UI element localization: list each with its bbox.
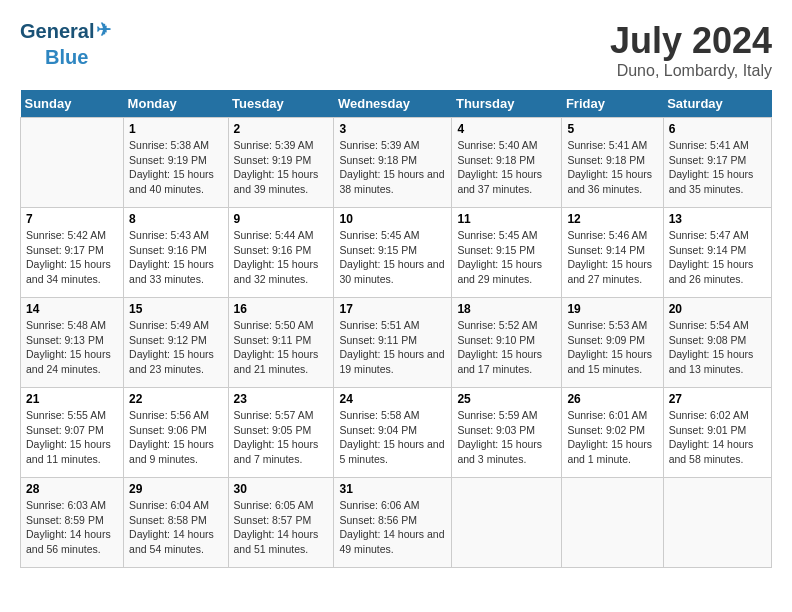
calendar-cell: 6Sunrise: 5:41 AMSunset: 9:17 PMDaylight…: [663, 118, 771, 208]
day-number: 21: [26, 392, 118, 406]
calendar-header-row: SundayMondayTuesdayWednesdayThursdayFrid…: [21, 90, 772, 118]
day-number: 25: [457, 392, 556, 406]
calendar-cell: 23Sunrise: 5:57 AMSunset: 9:05 PMDayligh…: [228, 388, 334, 478]
calendar-cell: 4Sunrise: 5:40 AMSunset: 9:18 PMDaylight…: [452, 118, 562, 208]
calendar-cell: 9Sunrise: 5:44 AMSunset: 9:16 PMDaylight…: [228, 208, 334, 298]
day-number: 14: [26, 302, 118, 316]
day-number: 8: [129, 212, 222, 226]
cell-info: Sunrise: 5:52 AMSunset: 9:10 PMDaylight:…: [457, 318, 556, 377]
day-header: Friday: [562, 90, 663, 118]
title-section: July 2024 Duno, Lombardy, Italy: [610, 20, 772, 80]
day-number: 5: [567, 122, 657, 136]
cell-info: Sunrise: 6:02 AMSunset: 9:01 PMDaylight:…: [669, 408, 766, 467]
day-number: 9: [234, 212, 329, 226]
main-title: July 2024: [610, 20, 772, 62]
day-number: 16: [234, 302, 329, 316]
day-header: Sunday: [21, 90, 124, 118]
day-number: 7: [26, 212, 118, 226]
day-number: 29: [129, 482, 222, 496]
day-number: 4: [457, 122, 556, 136]
cell-info: Sunrise: 5:44 AMSunset: 9:16 PMDaylight:…: [234, 228, 329, 287]
day-header: Thursday: [452, 90, 562, 118]
cell-info: Sunrise: 5:54 AMSunset: 9:08 PMDaylight:…: [669, 318, 766, 377]
calendar-cell: [663, 478, 771, 568]
day-number: 2: [234, 122, 329, 136]
cell-info: Sunrise: 5:57 AMSunset: 9:05 PMDaylight:…: [234, 408, 329, 467]
cell-info: Sunrise: 5:39 AMSunset: 9:19 PMDaylight:…: [234, 138, 329, 197]
cell-info: Sunrise: 5:47 AMSunset: 9:14 PMDaylight:…: [669, 228, 766, 287]
day-number: 31: [339, 482, 446, 496]
cell-info: Sunrise: 6:03 AMSunset: 8:59 PMDaylight:…: [26, 498, 118, 557]
calendar-cell: 16Sunrise: 5:50 AMSunset: 9:11 PMDayligh…: [228, 298, 334, 388]
day-number: 3: [339, 122, 446, 136]
calendar-cell: 20Sunrise: 5:54 AMSunset: 9:08 PMDayligh…: [663, 298, 771, 388]
cell-info: Sunrise: 5:48 AMSunset: 9:13 PMDaylight:…: [26, 318, 118, 377]
calendar-cell: 21Sunrise: 5:55 AMSunset: 9:07 PMDayligh…: [21, 388, 124, 478]
calendar-week-row: 28Sunrise: 6:03 AMSunset: 8:59 PMDayligh…: [21, 478, 772, 568]
logo-general: General ✈: [20, 20, 111, 42]
calendar-week-row: 21Sunrise: 5:55 AMSunset: 9:07 PMDayligh…: [21, 388, 772, 478]
day-number: 24: [339, 392, 446, 406]
calendar-cell: [562, 478, 663, 568]
day-number: 6: [669, 122, 766, 136]
calendar-cell: 14Sunrise: 5:48 AMSunset: 9:13 PMDayligh…: [21, 298, 124, 388]
cell-info: Sunrise: 5:42 AMSunset: 9:17 PMDaylight:…: [26, 228, 118, 287]
calendar-cell: 31Sunrise: 6:06 AMSunset: 8:56 PMDayligh…: [334, 478, 452, 568]
calendar-cell: 10Sunrise: 5:45 AMSunset: 9:15 PMDayligh…: [334, 208, 452, 298]
calendar-cell: 8Sunrise: 5:43 AMSunset: 9:16 PMDaylight…: [124, 208, 228, 298]
calendar-cell: 30Sunrise: 6:05 AMSunset: 8:57 PMDayligh…: [228, 478, 334, 568]
calendar-cell: 15Sunrise: 5:49 AMSunset: 9:12 PMDayligh…: [124, 298, 228, 388]
day-number: 26: [567, 392, 657, 406]
cell-info: Sunrise: 5:39 AMSunset: 9:18 PMDaylight:…: [339, 138, 446, 197]
calendar-table: SundayMondayTuesdayWednesdayThursdayFrid…: [20, 90, 772, 568]
logo: General ✈ Blue: [20, 20, 111, 68]
day-number: 19: [567, 302, 657, 316]
cell-info: Sunrise: 5:53 AMSunset: 9:09 PMDaylight:…: [567, 318, 657, 377]
day-number: 30: [234, 482, 329, 496]
day-number: 23: [234, 392, 329, 406]
page-header: General ✈ Blue July 2024 Duno, Lombardy,…: [20, 20, 772, 80]
calendar-cell: 17Sunrise: 5:51 AMSunset: 9:11 PMDayligh…: [334, 298, 452, 388]
cell-info: Sunrise: 6:05 AMSunset: 8:57 PMDaylight:…: [234, 498, 329, 557]
calendar-cell: 25Sunrise: 5:59 AMSunset: 9:03 PMDayligh…: [452, 388, 562, 478]
logo-bird-icon: ✈: [96, 21, 111, 41]
cell-info: Sunrise: 5:38 AMSunset: 9:19 PMDaylight:…: [129, 138, 222, 197]
calendar-cell: [21, 118, 124, 208]
calendar-cell: 13Sunrise: 5:47 AMSunset: 9:14 PMDayligh…: [663, 208, 771, 298]
day-number: 10: [339, 212, 446, 226]
calendar-cell: 7Sunrise: 5:42 AMSunset: 9:17 PMDaylight…: [21, 208, 124, 298]
calendar-cell: 1Sunrise: 5:38 AMSunset: 9:19 PMDaylight…: [124, 118, 228, 208]
cell-info: Sunrise: 5:43 AMSunset: 9:16 PMDaylight:…: [129, 228, 222, 287]
day-number: 20: [669, 302, 766, 316]
cell-info: Sunrise: 5:51 AMSunset: 9:11 PMDaylight:…: [339, 318, 446, 377]
logo-blue: Blue: [45, 46, 88, 68]
calendar-cell: 18Sunrise: 5:52 AMSunset: 9:10 PMDayligh…: [452, 298, 562, 388]
day-number: 11: [457, 212, 556, 226]
calendar-cell: 24Sunrise: 5:58 AMSunset: 9:04 PMDayligh…: [334, 388, 452, 478]
calendar-cell: 22Sunrise: 5:56 AMSunset: 9:06 PMDayligh…: [124, 388, 228, 478]
cell-info: Sunrise: 5:55 AMSunset: 9:07 PMDaylight:…: [26, 408, 118, 467]
cell-info: Sunrise: 5:46 AMSunset: 9:14 PMDaylight:…: [567, 228, 657, 287]
cell-info: Sunrise: 6:04 AMSunset: 8:58 PMDaylight:…: [129, 498, 222, 557]
day-header: Monday: [124, 90, 228, 118]
cell-info: Sunrise: 6:01 AMSunset: 9:02 PMDaylight:…: [567, 408, 657, 467]
calendar-cell: [452, 478, 562, 568]
day-header: Wednesday: [334, 90, 452, 118]
day-number: 22: [129, 392, 222, 406]
cell-info: Sunrise: 5:49 AMSunset: 9:12 PMDaylight:…: [129, 318, 222, 377]
day-number: 12: [567, 212, 657, 226]
cell-info: Sunrise: 5:45 AMSunset: 9:15 PMDaylight:…: [339, 228, 446, 287]
day-number: 28: [26, 482, 118, 496]
day-number: 1: [129, 122, 222, 136]
calendar-week-row: 7Sunrise: 5:42 AMSunset: 9:17 PMDaylight…: [21, 208, 772, 298]
day-header: Saturday: [663, 90, 771, 118]
calendar-week-row: 14Sunrise: 5:48 AMSunset: 9:13 PMDayligh…: [21, 298, 772, 388]
cell-info: Sunrise: 5:59 AMSunset: 9:03 PMDaylight:…: [457, 408, 556, 467]
calendar-cell: 5Sunrise: 5:41 AMSunset: 9:18 PMDaylight…: [562, 118, 663, 208]
calendar-cell: 19Sunrise: 5:53 AMSunset: 9:09 PMDayligh…: [562, 298, 663, 388]
calendar-cell: 26Sunrise: 6:01 AMSunset: 9:02 PMDayligh…: [562, 388, 663, 478]
cell-info: Sunrise: 5:50 AMSunset: 9:11 PMDaylight:…: [234, 318, 329, 377]
cell-info: Sunrise: 5:56 AMSunset: 9:06 PMDaylight:…: [129, 408, 222, 467]
day-number: 27: [669, 392, 766, 406]
calendar-cell: 2Sunrise: 5:39 AMSunset: 9:19 PMDaylight…: [228, 118, 334, 208]
